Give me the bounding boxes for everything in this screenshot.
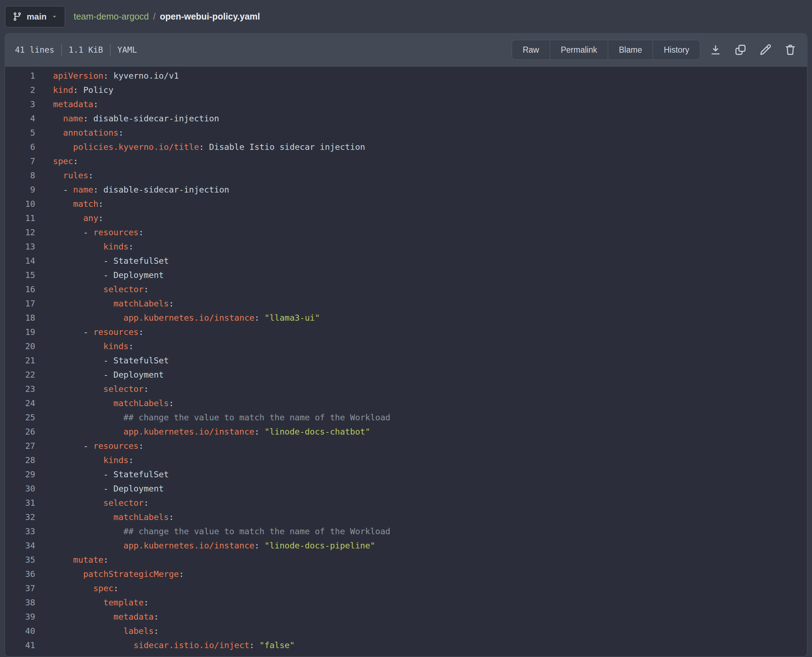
blame-button[interactable]: Blame: [608, 40, 653, 60]
branch-selector[interactable]: main: [5, 6, 65, 27]
line-number[interactable]: 18: [5, 311, 35, 325]
line-number[interactable]: 28: [5, 453, 35, 467]
line-number[interactable]: 33: [5, 524, 35, 539]
code-line: 3metadata:: [5, 97, 807, 111]
line-number[interactable]: 17: [5, 296, 35, 311]
line-number[interactable]: 8: [5, 168, 35, 182]
line-number[interactable]: 4: [5, 111, 35, 126]
chevron-down-icon: [51, 14, 58, 20]
line-number[interactable]: 1: [5, 69, 35, 83]
line-number[interactable]: 31: [5, 496, 35, 510]
code-line: 40 labels:: [5, 624, 807, 638]
code-text: sidecar.istio.io/inject: "false": [35, 638, 295, 652]
line-number[interactable]: 10: [5, 197, 35, 211]
line-number[interactable]: 27: [5, 439, 35, 453]
file-header: 41 lines 1.1 KiB YAML Raw Permalink Blam…: [5, 33, 807, 67]
code-line: 22 - Deployment: [5, 367, 807, 382]
code-line: 31 selector:: [5, 496, 807, 510]
download-icon[interactable]: [709, 43, 722, 57]
line-number[interactable]: 21: [5, 353, 35, 367]
line-number[interactable]: 16: [5, 282, 35, 296]
code-text: - resources:: [35, 325, 144, 339]
line-number[interactable]: 13: [5, 240, 35, 254]
code-text: - name: disable-sidecar-injection: [35, 182, 229, 197]
line-number[interactable]: 25: [5, 410, 35, 425]
copy-icon[interactable]: [734, 43, 747, 57]
line-number[interactable]: 14: [5, 254, 35, 268]
code-line: 5 annotations:: [5, 126, 807, 140]
breadcrumb-repo-link[interactable]: team-demo-argocd: [74, 11, 149, 22]
file-language: YAML: [117, 45, 137, 54]
line-number[interactable]: 40: [5, 624, 35, 638]
line-number[interactable]: 2: [5, 83, 35, 97]
code-text: apiVersion: kyverno.io/v1: [35, 69, 179, 83]
delete-icon[interactable]: [784, 43, 797, 57]
line-number[interactable]: 9: [5, 182, 35, 197]
code-text: kind: Policy: [35, 83, 114, 97]
line-number[interactable]: 20: [5, 339, 35, 353]
code-line: 21 - StatefulSet: [5, 353, 807, 367]
code-line: 39 metadata:: [5, 610, 807, 624]
code-line: 37 spec:: [5, 581, 807, 595]
code-text: kinds:: [35, 453, 134, 467]
file-viewer-panel: 41 lines 1.1 KiB YAML Raw Permalink Blam…: [5, 33, 807, 657]
branch-name: main: [27, 12, 47, 22]
code-text: - resources:: [35, 439, 144, 453]
permalink-button[interactable]: Permalink: [550, 40, 608, 60]
code-line: 13 kinds:: [5, 240, 807, 254]
code-text: - StatefulSet: [35, 254, 169, 268]
code-text: matchLabels:: [35, 396, 174, 410]
code-text: - Deployment: [35, 367, 164, 382]
line-number[interactable]: 6: [5, 140, 35, 154]
line-number[interactable]: 11: [5, 211, 35, 225]
code-line: 41 sidecar.istio.io/inject: "false": [5, 638, 807, 652]
line-number[interactable]: 19: [5, 325, 35, 339]
history-button[interactable]: History: [653, 40, 700, 60]
line-number[interactable]: 36: [5, 567, 35, 581]
code-line: 24 matchLabels:: [5, 396, 807, 410]
line-number[interactable]: 38: [5, 595, 35, 610]
code-line: 25 ## change the value to match the name…: [5, 410, 807, 425]
line-number[interactable]: 12: [5, 225, 35, 240]
line-number[interactable]: 15: [5, 268, 35, 282]
line-number[interactable]: 5: [5, 126, 35, 140]
line-number[interactable]: 7: [5, 154, 35, 168]
code-line: 10 match:: [5, 197, 807, 211]
line-number[interactable]: 35: [5, 553, 35, 567]
code-text: app.kubernetes.io/instance: "linode-docs…: [35, 425, 370, 439]
line-number[interactable]: 37: [5, 581, 35, 595]
code-line: 18 app.kubernetes.io/instance: "llama3-u…: [5, 311, 807, 325]
code-text: selector:: [35, 382, 149, 396]
code-line: 15 - Deployment: [5, 268, 807, 282]
code-text: ## change the value to match the name of…: [35, 410, 390, 425]
meta-divider: [110, 44, 110, 56]
code-line: 34 app.kubernetes.io/instance: "linode-d…: [5, 539, 807, 553]
code-line: 32 matchLabels:: [5, 510, 807, 524]
line-number[interactable]: 22: [5, 367, 35, 382]
line-number[interactable]: 3: [5, 97, 35, 111]
edit-icon[interactable]: [759, 43, 772, 57]
line-number[interactable]: 32: [5, 510, 35, 524]
code-line: 4 name: disable-sidecar-injection: [5, 111, 807, 126]
code-line: 36 patchStrategicMerge:: [5, 567, 807, 581]
code-line: 1apiVersion: kyverno.io/v1: [5, 69, 807, 83]
code-line: 17 matchLabels:: [5, 296, 807, 311]
code-text: kinds:: [35, 240, 134, 254]
line-number[interactable]: 23: [5, 382, 35, 396]
code-text: selector:: [35, 282, 149, 296]
code-text: match:: [35, 197, 104, 211]
line-number[interactable]: 41: [5, 638, 35, 652]
code-line: 11 any:: [5, 211, 807, 225]
raw-button[interactable]: Raw: [512, 40, 550, 60]
line-number[interactable]: 39: [5, 610, 35, 624]
line-number[interactable]: 24: [5, 396, 35, 410]
file-action-icons: [709, 43, 797, 57]
line-number[interactable]: 29: [5, 467, 35, 481]
code-line: 19 - resources:: [5, 325, 807, 339]
line-number[interactable]: 30: [5, 481, 35, 496]
line-number[interactable]: 34: [5, 539, 35, 553]
code-view: 1apiVersion: kyverno.io/v12kind: Policy3…: [5, 67, 807, 656]
line-number[interactable]: 26: [5, 425, 35, 439]
code-line: 12 - resources:: [5, 225, 807, 240]
code-text: metadata:: [35, 610, 159, 624]
